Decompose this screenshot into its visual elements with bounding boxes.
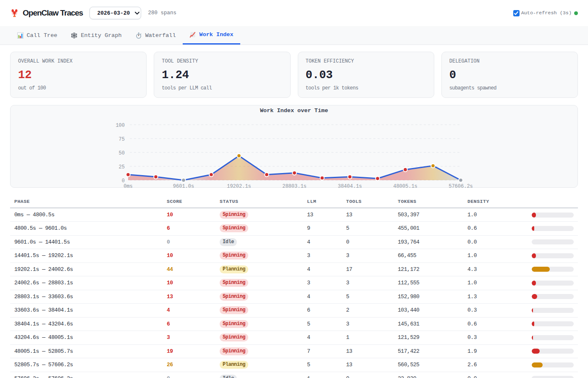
svg-text:9601.0s: 9601.0s (173, 184, 194, 189)
svg-text:0ms: 0ms (123, 184, 133, 189)
svg-text:19202.1s: 19202.1s (227, 184, 251, 189)
svg-text:38404.1s: 38404.1s (338, 184, 362, 189)
svg-text:28803.1s: 28803.1s (282, 184, 307, 189)
svg-text:75: 75 (119, 136, 125, 142)
svg-text:50: 50 (119, 150, 125, 156)
svg-text:48005.1s: 48005.1s (393, 184, 417, 189)
svg-text:57606.2s: 57606.2s (449, 184, 473, 189)
svg-text:100: 100 (116, 123, 125, 129)
svg-text:25: 25 (119, 164, 125, 170)
svg-text:0: 0 (122, 178, 125, 184)
